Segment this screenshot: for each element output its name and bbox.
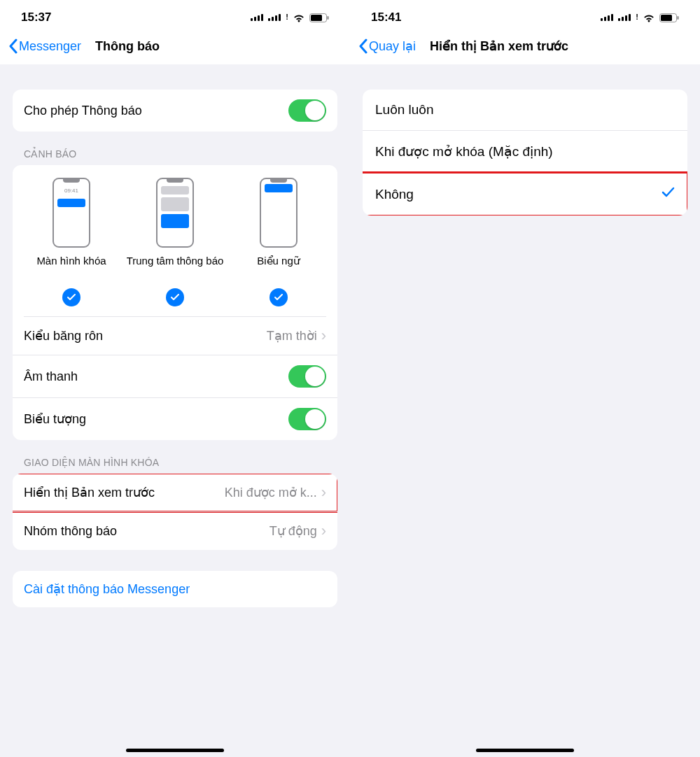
back-label: Quay lại <box>369 38 416 54</box>
status-icons: ! <box>601 13 679 22</box>
wifi-icon <box>293 13 305 22</box>
phone-right: 15:41 ! Quay lại Hiển thị Bản xem trước … <box>350 0 700 757</box>
option-unlocked-label: Khi được mở khóa (Mặc định) <box>375 143 675 160</box>
sound-switch[interactable] <box>288 365 326 388</box>
alerts-group: 09:41 Màn hình khóa Trung tâm <box>13 165 337 440</box>
alert-banner-label: Biểu ngữ <box>257 255 300 281</box>
banner-style-row[interactable]: Kiểu băng rôn Tạm thời › <box>13 317 337 355</box>
nav-bar: Messenger Thông báo <box>0 28 350 64</box>
lockscreen-header: GIAO DIỆN MÀN HÌNH KHÓA <box>24 457 337 468</box>
allow-group: Cho phép Thông báo <box>13 90 337 132</box>
alert-center-label: Trung tâm thông báo <box>127 255 224 281</box>
show-previews-row[interactable]: Hiển thị Bản xem trước Khi được mở k... … <box>13 474 337 511</box>
alert-banner-check[interactable] <box>270 288 288 306</box>
phone-left: 15:37 ! Messenger Thông báo Cho phép Thô… <box>0 0 350 757</box>
svg-rect-5 <box>678 16 679 20</box>
back-button[interactable]: Quay lại <box>358 38 416 54</box>
content: Luôn luôn Khi được mở khóa (Mặc định) Kh… <box>350 64 700 757</box>
svg-rect-1 <box>311 15 322 21</box>
cellular-icon-2 <box>618 14 631 21</box>
checkmark-icon <box>661 185 675 203</box>
preview-options-group: Luôn luôn Khi được mở khóa (Mặc định) Kh… <box>363 90 687 215</box>
badge-label: Biểu tượng <box>24 411 288 427</box>
status-bar: 15:37 ! <box>0 0 350 28</box>
footer-group: Cài đặt thông báo Messenger <box>13 571 337 607</box>
chevron-left-icon <box>8 38 18 54</box>
option-never-label: Không <box>375 187 661 202</box>
banner-style-value: Tạm thời <box>267 328 317 344</box>
messenger-notification-settings-link[interactable]: Cài đặt thông báo Messenger <box>13 571 337 607</box>
option-always-label: Luôn luôn <box>375 102 675 118</box>
grouping-value: Tự động <box>270 523 317 539</box>
chevron-right-icon: › <box>321 327 326 345</box>
allow-switch[interactable] <box>288 99 326 122</box>
alert-lockscreen[interactable]: 09:41 Màn hình khóa <box>20 178 123 316</box>
cellular-icon-1 <box>601 14 613 21</box>
show-previews-label: Hiển thị Bản xem trước <box>24 485 225 500</box>
alert-types: 09:41 Màn hình khóa Trung tâm <box>13 165 337 316</box>
cellular-alert-icon: ! <box>636 13 638 21</box>
home-indicator[interactable] <box>126 749 224 752</box>
svg-rect-4 <box>661 15 672 21</box>
alert-lock-check[interactable] <box>62 288 80 306</box>
chevron-right-icon: › <box>321 522 326 540</box>
nav-bar: Quay lại Hiển thị Bản xem trước <box>350 28 700 64</box>
option-always[interactable]: Luôn luôn <box>363 90 687 130</box>
allow-label: Cho phép Thông báo <box>24 104 288 118</box>
cellular-alert-icon: ! <box>286 13 288 21</box>
status-time: 15:41 <box>371 10 401 24</box>
grouping-label: Nhóm thông báo <box>24 524 270 539</box>
option-when-unlocked[interactable]: Khi được mở khóa (Mặc định) <box>363 130 687 172</box>
badge-switch[interactable] <box>288 408 326 430</box>
banner-style-label: Kiểu băng rôn <box>24 328 267 344</box>
allow-notifications-row[interactable]: Cho phép Thông báo <box>13 90 337 132</box>
chevron-right-icon: › <box>321 483 326 502</box>
footer-link-label: Cài đặt thông báo Messenger <box>24 581 326 597</box>
sound-row[interactable]: Âm thanh <box>13 355 337 397</box>
status-bar: 15:41 ! <box>350 0 700 28</box>
status-time: 15:37 <box>21 10 51 24</box>
svg-rect-2 <box>328 16 329 20</box>
back-label: Messenger <box>19 39 81 54</box>
alert-center-check[interactable] <box>166 288 184 306</box>
cellular-icon-2 <box>268 14 281 21</box>
chevron-left-icon <box>358 38 368 54</box>
page-title: Hiển thị Bản xem trước <box>430 38 568 54</box>
home-indicator[interactable] <box>476 749 574 752</box>
battery-icon <box>659 13 679 22</box>
back-button[interactable]: Messenger <box>8 38 81 54</box>
lockscreen-mock-icon: 09:41 <box>52 178 90 248</box>
alert-lock-label: Màn hình khóa <box>36 255 106 281</box>
option-never[interactable]: Không <box>363 172 687 215</box>
wifi-icon <box>643 13 655 22</box>
alert-banner[interactable]: Biểu ngữ <box>227 178 330 316</box>
center-mock-icon <box>156 178 194 248</box>
lockscreen-group: Hiển thị Bản xem trước Khi được mở k... … <box>13 474 337 550</box>
show-previews-value: Khi được mở k... <box>225 485 317 500</box>
cellular-icon-1 <box>251 14 263 21</box>
alerts-header: CẢNH BÁO <box>24 148 337 160</box>
content: Cho phép Thông báo CẢNH BÁO 09:41 Màn hì… <box>0 64 350 757</box>
page-title: Thông báo <box>95 39 160 54</box>
badge-row[interactable]: Biểu tượng <box>13 397 337 440</box>
banner-mock-icon <box>260 178 298 248</box>
status-icons: ! <box>251 13 329 22</box>
notification-grouping-row[interactable]: Nhóm thông báo Tự động › <box>13 511 337 550</box>
sound-label: Âm thanh <box>24 369 288 384</box>
battery-icon <box>309 13 329 22</box>
alert-center[interactable]: Trung tâm thông báo <box>123 178 227 316</box>
